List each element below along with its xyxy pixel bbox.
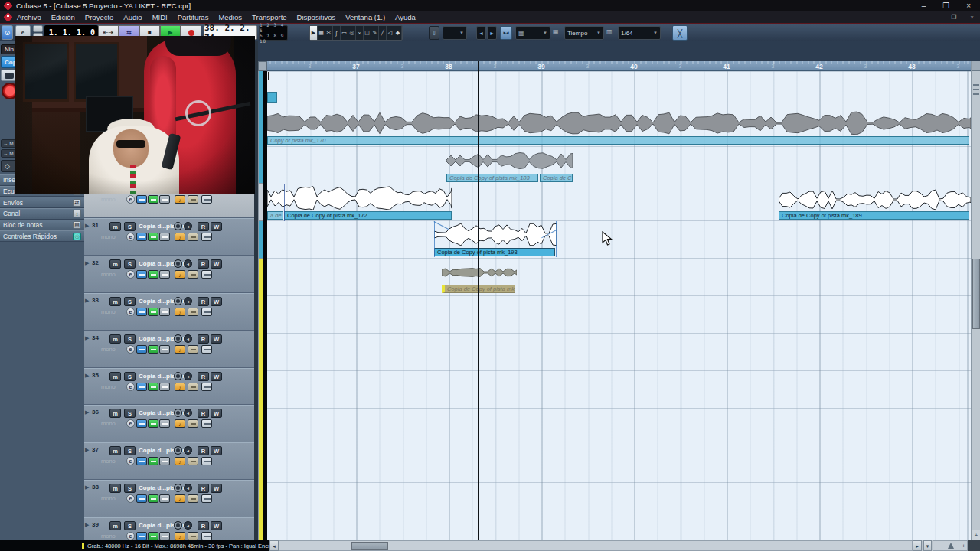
lane-display-button[interactable] (201, 419, 212, 428)
lock-button[interactable] (188, 494, 198, 503)
toolbar-mini-button-1[interactable] (33, 25, 43, 32)
record-arm-button[interactable] (174, 521, 182, 530)
object-selection-tool-button[interactable]: ▶ (310, 26, 318, 40)
write-automation-button[interactable]: W (211, 484, 222, 493)
timebase-button[interactable]: ♪ (175, 383, 185, 391)
mdi-restore-button[interactable]: ❐ (951, 14, 956, 21)
activate-project-button[interactable]: ⊙ (2, 25, 13, 40)
grid-type-menu[interactable]: ▦▼ (515, 26, 550, 40)
timebase-button[interactable]: ♪ (175, 195, 185, 204)
sends-state-button[interactable] (159, 383, 170, 391)
track-row[interactable]: ▶34mSCopia d...pista mk◂RWmonoe♪ (84, 331, 254, 368)
quantize-menu[interactable]: 1/64▼ (618, 26, 661, 40)
marker-pad[interactable]: 1 2 3 4 5 6 7 8 9 10 (259, 25, 288, 41)
mute-tool-button[interactable]: × (356, 26, 364, 40)
write-automation-button[interactable]: W (211, 446, 222, 455)
sends-state-button[interactable] (159, 532, 170, 540)
inserts-state-button[interactable] (136, 233, 147, 241)
color-menu[interactable]: -▼ (443, 26, 467, 40)
lock-button[interactable] (188, 457, 198, 465)
inserts-state-button[interactable] (136, 383, 147, 391)
record-arm-button[interactable] (174, 372, 182, 380)
glue-tool-button[interactable]: ∫ (333, 26, 341, 40)
track-row[interactable]: ▶36mSCopia d...pista mk◂RWmonoe♪ (84, 405, 254, 442)
zoom-in-icon[interactable]: + (962, 543, 965, 549)
inserts-state-button[interactable] (136, 532, 147, 540)
horizontal-scrollbar[interactable] (279, 540, 913, 551)
inserts-state-button[interactable] (136, 419, 147, 428)
hscroll-right-button[interactable]: ▸ (913, 540, 922, 551)
menu-audio[interactable]: Audio (123, 13, 142, 21)
read-automation-button[interactable]: R (198, 372, 209, 381)
eq-state-button[interactable] (148, 233, 158, 241)
inserts-state-button[interactable] (136, 457, 147, 465)
lock-button[interactable] (188, 308, 198, 316)
menu-medios[interactable]: Medios (218, 13, 242, 21)
inserts-state-button[interactable] (136, 195, 147, 204)
write-automation-button[interactable]: W (211, 334, 222, 344)
lock-button[interactable] (188, 419, 198, 428)
mute-button[interactable]: m (109, 484, 121, 493)
eq-state-button[interactable] (148, 195, 158, 204)
timewarp-tool-button[interactable]: ◫ (364, 26, 371, 40)
eq-state-button[interactable] (148, 308, 158, 316)
track-row[interactable]: ▶39mSCopia d...pista mk◂RWmonoe♪ (84, 517, 254, 540)
record-arm-button[interactable] (174, 297, 182, 305)
zoom-menu-button[interactable]: ▾ (923, 540, 932, 551)
track-row[interactable]: ▶35mSCopia d...pista mk◂RWmonoe♪ (84, 368, 254, 406)
split-tool-button[interactable]: ✂ (325, 26, 333, 40)
timebase-button[interactable]: ♪ (175, 345, 185, 354)
inspector-tab-canal[interactable]: Canal↕ (0, 208, 84, 220)
read-automation-button[interactable]: R (198, 446, 209, 455)
mute-button[interactable]: m (109, 446, 121, 455)
zoom-preset-icon[interactable] (973, 84, 979, 86)
lane-display-button[interactable] (201, 195, 212, 204)
monitor-button[interactable]: ◂ (184, 259, 192, 268)
read-automation-button[interactable]: R (198, 409, 209, 418)
mute-button[interactable]: m (109, 372, 121, 381)
track-expand-icon[interactable]: ▶ (85, 223, 89, 229)
track-expand-icon[interactable]: ▶ (85, 409, 89, 416)
record-arm-button[interactable] (174, 334, 182, 343)
eq-state-button[interactable] (148, 383, 158, 391)
monitor-button[interactable]: ◂ (184, 521, 192, 530)
mdi-minimize-button[interactable]: – (934, 14, 937, 21)
crosshair-button[interactable]: ╳ (672, 25, 688, 41)
track-expand-icon[interactable]: ▶ (85, 447, 89, 453)
track-row[interactable]: ▶37mSCopia d...pista mk◂RWmonoe♪ (84, 442, 254, 480)
sends-state-button[interactable] (159, 195, 170, 204)
menu-ayuda[interactable]: Ayuda (395, 13, 416, 21)
audio-clip-193[interactable]: Copia de Copy of pista mk_193 (434, 221, 557, 257)
monitor-button[interactable]: ◂ (184, 372, 192, 380)
inspector-tab-controles-r-pidos[interactable]: Controles Rápidos◎ (0, 230, 84, 242)
zoom-tool-button[interactable]: ◎ (348, 26, 356, 40)
mute-button[interactable]: m (109, 297, 121, 306)
zoom-preset-icon[interactable] (973, 89, 979, 90)
zoom-slider-thumb[interactable] (948, 543, 954, 549)
inserts-state-button[interactable] (136, 270, 147, 279)
timebase-button[interactable]: ♪ (175, 308, 185, 316)
read-automation-button[interactable]: R (198, 484, 209, 493)
edit-channel-button[interactable]: e (126, 457, 135, 465)
timebase-button[interactable]: ♪ (175, 419, 185, 428)
sends-state-button[interactable] (159, 345, 170, 354)
lock-button[interactable] (188, 195, 198, 204)
sends-state-button[interactable] (159, 419, 170, 428)
write-automation-button[interactable]: W (211, 222, 222, 231)
edit-channel-button[interactable]: e (126, 345, 135, 354)
horizontal-scroll-thumb[interactable] (351, 542, 388, 550)
lane-display-button[interactable] (201, 270, 212, 279)
close-button[interactable]: × (966, 2, 971, 10)
write-automation-button[interactable]: W (211, 409, 222, 418)
track-row[interactable]: ▶31mSCopia d...pista mk◂RWmonoe♪ (84, 218, 254, 256)
menu-proyecto[interactable]: Proyecto (85, 13, 114, 21)
edit-channel-button[interactable]: e (126, 419, 135, 428)
edit-channel-button[interactable]: e (126, 195, 135, 204)
lane-display-button[interactable] (201, 345, 212, 354)
edit-channel-button[interactable]: e (126, 383, 135, 391)
solo-button[interactable]: S (124, 372, 136, 381)
lock-button[interactable] (188, 233, 198, 241)
track-expand-icon[interactable]: ▶ (85, 335, 89, 341)
line-tool-button[interactable]: ╱ (379, 26, 387, 40)
minimize-button[interactable]: – (922, 2, 926, 10)
